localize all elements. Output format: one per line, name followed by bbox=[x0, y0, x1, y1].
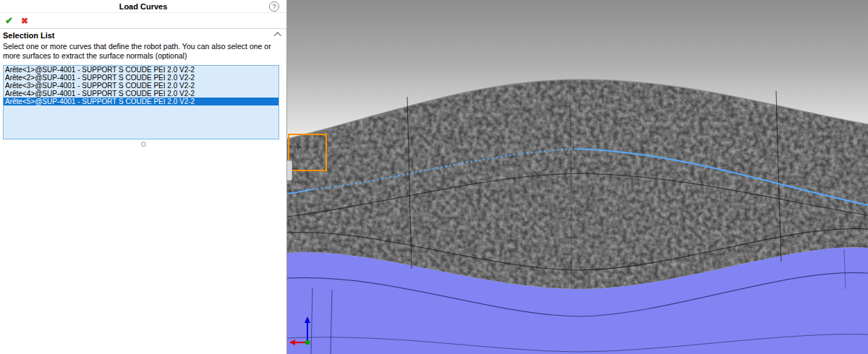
help-icon[interactable]: ? bbox=[269, 1, 279, 12]
cancel-button[interactable]: ✖ bbox=[21, 16, 28, 26]
resize-dot-row bbox=[0, 142, 286, 147]
ok-button[interactable]: ✔ bbox=[5, 15, 13, 26]
load-curves-panel: Load Curves ? ✔ ✖ Selection List Select … bbox=[0, 0, 287, 354]
selection-list[interactable]: Arête<1>@SUP-4001 - SUPPORT S COUDE PEI … bbox=[3, 65, 279, 139]
selection-list-section-header[interactable]: Selection List bbox=[0, 29, 286, 40]
selection-list-item[interactable]: Arête<1>@SUP-4001 - SUPPORT S COUDE PEI … bbox=[4, 66, 278, 74]
section-title: Selection List bbox=[3, 31, 55, 40]
application-window: Load Curves ? ✔ ✖ Selection List Select … bbox=[0, 0, 868, 354]
section-description: Select one or more curves that define th… bbox=[3, 42, 283, 61]
viewport-canvas bbox=[287, 0, 868, 354]
selection-list-item[interactable]: Arête<4>@SUP-4001 - SUPPORT S COUDE PEI … bbox=[4, 90, 278, 98]
splitter-handle[interactable] bbox=[287, 160, 292, 181]
viewport-3d[interactable] bbox=[287, 0, 868, 354]
triad-origin-dot bbox=[305, 340, 310, 345]
panel-actions-toolbar: ✔ ✖ bbox=[0, 13, 286, 29]
chevron-up-icon[interactable] bbox=[274, 32, 281, 39]
panel-resize-handle[interactable] bbox=[141, 142, 146, 147]
selection-list-item[interactable]: Arête<5>@SUP-4001 - SUPPORT S COUDE PEI … bbox=[4, 98, 278, 105]
panel-title: Load Curves bbox=[119, 2, 168, 11]
selection-list-item[interactable]: Arête<2>@SUP-4001 - SUPPORT S COUDE PEI … bbox=[4, 74, 278, 82]
selection-list-item[interactable]: Arête<3>@SUP-4001 - SUPPORT S COUDE PEI … bbox=[4, 82, 278, 90]
panel-header: Load Curves ? bbox=[0, 0, 286, 13]
